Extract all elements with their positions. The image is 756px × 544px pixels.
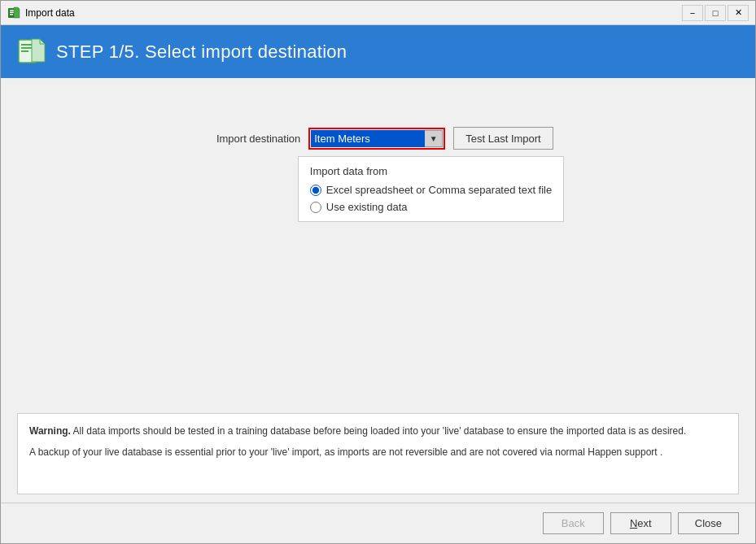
window-title: Import data bbox=[25, 7, 682, 19]
destination-select-wrapper[interactable]: Item Meters Other ▼ bbox=[308, 128, 445, 150]
header-icon bbox=[17, 37, 46, 67]
window-close-button[interactable]: ✕ bbox=[728, 5, 749, 21]
footer-bar: Back Next Close bbox=[1, 503, 755, 543]
radio-existing-input[interactable] bbox=[310, 202, 321, 213]
destination-row: Import destination Item Meters Other ▼ T… bbox=[203, 127, 553, 150]
next-button[interactable]: Next bbox=[610, 512, 671, 534]
radio-excel-label[interactable]: Excel spreadsheet or Comma separated tex… bbox=[326, 184, 552, 196]
destination-select[interactable]: Item Meters Other bbox=[311, 130, 425, 147]
radio-excel-input[interactable] bbox=[310, 185, 321, 196]
warning-bold: Warning. bbox=[29, 425, 71, 437]
content-area: Import destination Item Meters Other ▼ T… bbox=[1, 78, 755, 543]
title-bar: Import data − □ ✕ bbox=[1, 1, 755, 25]
svg-rect-8 bbox=[21, 50, 28, 52]
app-icon bbox=[7, 7, 20, 20]
select-dropdown-arrow[interactable]: ▼ bbox=[425, 130, 443, 147]
svg-rect-3 bbox=[10, 14, 13, 15]
back-button-label: Back bbox=[562, 517, 585, 529]
minimize-button[interactable]: − bbox=[682, 5, 703, 21]
window-controls: − □ ✕ bbox=[682, 5, 749, 21]
warning-box: Warning. All data imports should be test… bbox=[17, 413, 739, 494]
svg-marker-4 bbox=[14, 7, 20, 18]
svg-rect-6 bbox=[21, 44, 32, 46]
maximize-button[interactable]: □ bbox=[705, 5, 726, 21]
back-button[interactable]: Back bbox=[543, 512, 604, 534]
step-header: STEP 1/5. Select import destination bbox=[1, 25, 755, 78]
main-form-area: Import destination Item Meters Other ▼ T… bbox=[1, 78, 755, 405]
radio-option-existing[interactable]: Use existing data bbox=[310, 201, 552, 213]
radio-option-excel[interactable]: Excel spreadsheet or Comma separated tex… bbox=[310, 184, 552, 196]
warning-line1: Warning. All data imports should be test… bbox=[29, 424, 727, 438]
test-last-import-button[interactable]: Test Last Import bbox=[453, 127, 553, 150]
svg-marker-9 bbox=[32, 39, 45, 62]
main-window: Import data − □ ✕ STEP 1/5. Select impor… bbox=[0, 0, 756, 544]
next-button-label: Next bbox=[630, 517, 652, 529]
radio-existing-label[interactable]: Use existing data bbox=[326, 201, 408, 213]
svg-rect-7 bbox=[21, 47, 32, 49]
destination-label: Import destination bbox=[203, 133, 300, 145]
warning-line1-text: All data imports should be tested in a t… bbox=[71, 425, 686, 437]
step-title: STEP 1/5. Select import destination bbox=[56, 41, 347, 63]
import-data-from-label: Import data from bbox=[310, 165, 552, 177]
close-button[interactable]: Close bbox=[678, 512, 739, 534]
import-data-from-box: Import data from Excel spreadsheet or Co… bbox=[298, 156, 564, 222]
warning-line2: A backup of your live database is essent… bbox=[29, 445, 727, 459]
